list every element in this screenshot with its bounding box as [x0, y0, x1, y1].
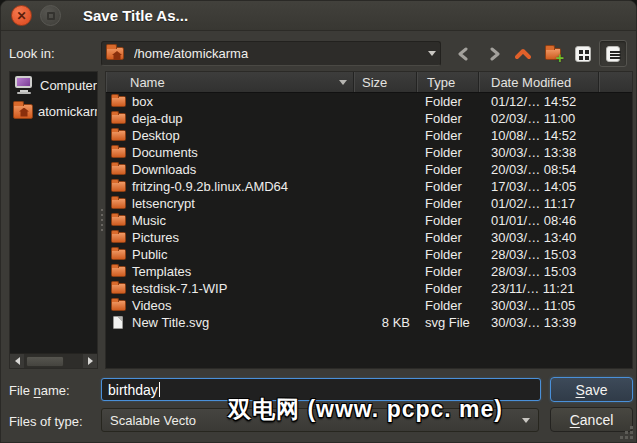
column-header-size[interactable]: Size: [354, 72, 417, 92]
forward-button[interactable]: [481, 40, 509, 67]
chevron-up-icon: [515, 48, 531, 60]
file-kind-cell: Folder: [417, 264, 479, 279]
file-date-cell: 28/03/… 15:03: [479, 247, 599, 262]
file-date-cell: 30/03/… 13:40: [479, 230, 599, 245]
table-row[interactable]: testdisk-7.1-WIP Folder 23/11/… 11:21: [106, 280, 632, 297]
column-header-name[interactable]: Name: [106, 72, 354, 92]
file-name-cell: Videos: [132, 298, 172, 313]
sort-descending-icon: [339, 80, 347, 85]
file-kind-cell: Folder: [417, 145, 479, 160]
file-date-cell: 30/03/… 13:39: [479, 315, 599, 330]
chevron-right-icon: [489, 47, 501, 61]
table-row[interactable]: deja-dup Folder 02/03/… 11:00: [106, 110, 632, 127]
folder-icon: [111, 266, 126, 277]
column-header-type[interactable]: Type: [417, 72, 479, 92]
file-table-body: box Folder 01/12/… 14:52 deja-dup Folder…: [106, 93, 632, 331]
table-row[interactable]: Documents Folder 30/03/… 13:38: [106, 144, 632, 161]
folder-icon: [111, 232, 126, 243]
file-name-cell: box: [132, 94, 153, 109]
table-row[interactable]: Downloads Folder 20/03/… 08:54: [106, 161, 632, 178]
file-date-cell: 23/11/… 11:21: [479, 281, 599, 296]
parent-directory-button[interactable]: [509, 40, 537, 67]
file-name-cell: Desktop: [132, 128, 180, 143]
file-date-cell: 30/03/… 11:05: [479, 298, 599, 313]
table-row[interactable]: Videos Folder 30/03/… 11:05: [106, 297, 632, 314]
table-row[interactable]: Desktop Folder 10/08/… 14:52: [106, 127, 632, 144]
folder-icon: [111, 147, 126, 158]
table-row[interactable]: Templates Folder 28/03/… 15:03: [106, 263, 632, 280]
file-name-cell: deja-dup: [132, 111, 183, 126]
file-date-cell: 10/08/… 14:52: [479, 128, 599, 143]
file-kind-cell: Folder: [417, 179, 479, 194]
splitter-handle[interactable]: [98, 71, 105, 369]
table-row[interactable]: letsencrypt Folder 01/02/… 11:17: [106, 195, 632, 212]
file-date-cell: 20/03/… 08:54: [479, 162, 599, 177]
folder-icon: [111, 181, 126, 192]
file-date-cell: 30/03/… 13:38: [479, 145, 599, 160]
scrollbar-thumb[interactable]: [26, 356, 64, 367]
sidebar-item-label: Computer: [40, 78, 97, 93]
table-row[interactable]: Music Folder 01/01/… 08:46: [106, 212, 632, 229]
table-row[interactable]: fritzing-0.9.2b.linux.AMD64 Folder 17/03…: [106, 178, 632, 195]
file-size-cell: 8 KB: [354, 315, 417, 330]
text-caret: [159, 382, 160, 397]
scroll-right-icon[interactable]: [83, 354, 97, 369]
file-kind-cell: Folder: [417, 94, 479, 109]
table-row[interactable]: Pictures Folder 30/03/… 13:40: [106, 229, 632, 246]
file-list-panel: Name Size Type Date Modified box Folder …: [105, 71, 633, 369]
table-row[interactable]: Public Folder 28/03/… 15:03: [106, 246, 632, 263]
file-kind-cell: Folder: [417, 281, 479, 296]
look-in-combobox[interactable]: /home/atomickarma: [101, 41, 441, 66]
folder-icon: [111, 164, 126, 175]
file-kind-cell: Folder: [417, 111, 479, 126]
file-kind-cell: Folder: [417, 162, 479, 177]
create-new-folder-button[interactable]: +: [539, 40, 567, 67]
icon-view-button[interactable]: [569, 40, 597, 67]
titlebar: ✕ Save Title As...: [1, 1, 636, 31]
window-title: Save Title As...: [83, 7, 188, 24]
file-name-value: birthday: [108, 382, 158, 398]
home-folder-icon: [106, 47, 124, 60]
file-name-cell: Pictures: [132, 230, 179, 245]
home-folder-icon: [13, 104, 33, 119]
list-view-icon: [606, 46, 620, 62]
chevron-down-icon: [522, 418, 530, 423]
file-date-cell: 01/12/… 14:52: [479, 94, 599, 109]
file-name-cell: Templates: [132, 264, 191, 279]
watermark-text: 双电网 (www. pcpc. me): [228, 394, 503, 425]
file-date-cell: 17/03/… 14:05: [479, 179, 599, 194]
table-row[interactable]: New Title.svg 8 KB svg File 30/03/… 13:3…: [106, 314, 632, 331]
column-header-date-modified[interactable]: Date Modified: [479, 72, 599, 92]
back-button[interactable]: [449, 40, 477, 67]
close-icon[interactable]: ✕: [11, 5, 32, 26]
detail-view-button[interactable]: [599, 40, 627, 67]
sidebar-item-computer[interactable]: Computer: [10, 72, 97, 98]
folder-icon: [111, 96, 126, 107]
file-name-cell: Public: [132, 247, 167, 262]
file-name-cell: testdisk-7.1-WIP: [132, 281, 227, 296]
sidebar-item-home[interactable]: atomickarma: [10, 98, 97, 124]
file-date-cell: 01/01/… 08:46: [479, 213, 599, 228]
current-path: /home/atomickarma: [134, 46, 428, 61]
folder-icon: [111, 283, 126, 294]
computer-icon: [13, 75, 35, 95]
resize-grip[interactable]: [619, 425, 633, 439]
folder-icon: [111, 215, 126, 226]
table-header: Name Size Type Date Modified: [106, 72, 632, 93]
sidebar-item-label: atomickarma: [38, 104, 97, 119]
scroll-left-icon[interactable]: [10, 354, 24, 369]
restore-icon[interactable]: [40, 5, 61, 26]
grid-view-icon: [575, 46, 591, 62]
sidebar-horizontal-scrollbar[interactable]: [10, 353, 97, 368]
table-row[interactable]: box Folder 01/12/… 14:52: [106, 93, 632, 110]
folder-icon: [111, 249, 126, 260]
folder-icon: [111, 198, 126, 209]
places-sidebar: Computer atomickarma: [9, 71, 98, 369]
files-of-type-label: Files of type:: [9, 414, 83, 429]
file-kind-cell: Folder: [417, 128, 479, 143]
file-kind-cell: Folder: [417, 247, 479, 262]
save-button[interactable]: Save: [550, 377, 633, 402]
new-folder-icon: +: [545, 48, 561, 60]
file-kind-cell: Folder: [417, 196, 479, 211]
file-date-cell: 02/03/… 11:00: [479, 111, 599, 126]
